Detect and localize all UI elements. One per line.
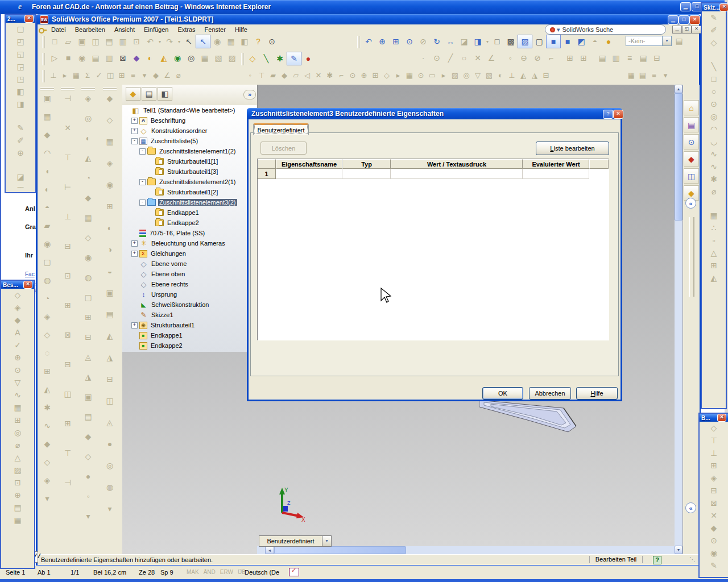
collaborate-button[interactable]: ◉ [171,52,184,64]
tree-item[interactable]: Strukturbauteil1[3] [122,167,257,177]
sw-search-box[interactable]: ▾ SolidWorks Suche [545,24,666,35]
taskpane-home-tab[interactable]: ⌂ [684,100,699,115]
toolbar-icon[interactable]: ⊣ [59,476,76,489]
toolbar-icon[interactable]: ◭ [39,383,56,396]
configurationmanager-tab[interactable]: ◧ [158,87,172,101]
tree-item[interactable]: + Strukturbauteil1 [122,320,257,330]
toolbar-icon[interactable]: ⊟ [59,357,76,371]
tree-item-label[interactable]: Ursprung [150,291,178,298]
swatch-button[interactable]: ◭ [157,52,171,64]
toolbar-icon[interactable]: ╱ [444,52,457,64]
scroll-up-icon[interactable]: ▲ [675,85,682,93]
toolbar-icon[interactable]: ⊥ [506,69,518,81]
dialog-close-button[interactable]: ✕ [613,110,623,119]
toolbar-icon[interactable]: ⌐ [336,69,347,81]
options-button[interactable]: ◧ [238,35,251,48]
sketch-palette-titlebar[interactable]: Skiz... ✕ [702,3,726,11]
toolbar-icon[interactable]: ⊞ [706,259,722,272]
tree-item-label[interactable]: Strukturbauteil1 [150,322,196,329]
toolbar-icon[interactable]: ▱ [290,69,301,81]
toolbar-icon[interactable]: ◍ [39,273,56,287]
undo-button[interactable]: ↶ [143,35,157,48]
toolbar-icon[interactable]: ◭ [518,69,529,81]
toolbar-icon[interactable]: ⊞ [59,417,76,430]
publish-edrawing-button[interactable]: ▤ [102,35,116,48]
toolbar-icon[interactable]: ◦ [245,69,256,81]
horizontal-scrollbar[interactable]: ◄ [257,546,675,554]
toolbar-icon[interactable]: ▦ [10,514,26,526]
toolbar-icon[interactable]: ⊤ [59,151,76,164]
dimensions-palette-titlebar[interactable]: B... ✕ [700,414,728,422]
toolbar-icon[interactable]: ✱ [39,401,56,414]
wireframe-button[interactable]: □ [490,35,504,48]
box-button[interactable]: ▦ [198,52,212,64]
toolbar-icon[interactable]: ▣ [80,390,97,404]
toolbar-icon[interactable]: ◱ [13,48,28,60]
edrawings-button[interactable]: ⊠ [116,52,130,64]
tree-item-label[interactable]: Ebene rechts [150,281,189,288]
view-orientation-combo[interactable]: Benutzerdefiniert [259,535,322,547]
expand-toggle-icon[interactable]: + [131,322,138,329]
taskpane-toolbox-tab[interactable]: ◆ [684,151,699,167]
toolbar-handle[interactable] [241,53,244,65]
toolbar-icon[interactable]: ◈ [39,310,56,323]
toolbar-icon[interactable]: ◖ [39,164,56,178]
tree-item-label[interactable]: Ebene oben [150,271,186,277]
taskpane-design-library-tab[interactable]: ⊙ [684,134,699,149]
toolbar-icon[interactable]: ◪ [13,171,28,183]
toolbar-icon[interactable]: ▢ [80,290,97,304]
toolbar-icon[interactable]: ◉ [80,251,97,264]
toolbar-icon[interactable]: ◎ [101,459,118,472]
toolbar-icon[interactable]: ◉ [706,547,722,559]
toolbar-icon[interactable]: ◆ [150,69,162,81]
toolbar-icon[interactable]: ⊢ [59,180,76,194]
toolbar-icon[interactable]: ⊞ [80,310,97,324]
open-button[interactable]: ▱ [61,35,75,48]
tree-item-label[interactable]: Zuschnittsliste(5) [150,138,199,144]
toolbar-icon[interactable]: ◔ [80,171,97,185]
toolbar-icon[interactable]: ◒ [101,264,118,278]
toolbar-icon[interactable]: ▨ [449,69,461,81]
toolbar-icon[interactable]: ◭ [80,151,97,165]
tree-item[interactable]: Ebene oben [122,269,257,279]
toolbar-icon[interactable]: ⊥ [59,210,76,223]
tree-item[interactable]: - Zuschnittslistenelement2(1) [122,177,257,187]
toolbar-icon[interactable]: ⊞ [706,459,722,472]
toolbar-icon[interactable]: ▦ [404,69,415,81]
toolbar-icon[interactable]: ∠ [162,69,173,81]
shaded-edges-button[interactable]: ■ [546,35,561,48]
toolbar-icon[interactable]: ⊞ [563,52,577,64]
featuremanager-tab[interactable]: ◆ [126,87,140,101]
toolbar-icon[interactable]: ◇ [101,113,118,127]
plane-button[interactable]: ◇ [246,52,259,65]
toolbar-icon[interactable]: ⊞ [370,69,381,81]
toolbar-icon[interactable]: ⊟ [101,372,118,386]
toolbar-icon[interactable]: ⊡ [10,476,26,489]
model-corner[interactable] [479,399,579,435]
delete-button[interactable]: Löschen [260,142,307,155]
toolbar-icon[interactable]: ⊟ [706,484,722,497]
mdi-restore-button[interactable]: ◱ [682,26,692,34]
search-dropdown-icon[interactable]: ▾ [557,26,560,34]
row-number[interactable]: 1 [258,169,276,179]
toolbar-handle[interactable] [357,36,360,48]
edit-macro-button[interactable]: ▥ [102,52,116,64]
property-name-cell[interactable] [276,169,342,179]
no-hidden-button[interactable]: ▢ [532,35,546,48]
toolbar-icon[interactable]: ≡ [127,69,139,81]
toolbar-icon[interactable]: ▦ [101,135,118,148]
toolbar-icon[interactable]: ◇ [80,450,97,463]
edit-list-button[interactable]: Liste bearbeiten [536,142,609,155]
toolbar-icon[interactable]: ◈ [80,92,97,105]
tree-item-label[interactable]: Endkappe2 [166,219,200,226]
toolbar-icon[interactable]: ◆ [10,314,26,326]
toolbar-icon[interactable]: ▢ [13,23,28,35]
toolbar-icon[interactable]: ⊤ [706,434,722,447]
search-label[interactable]: SolidWorks Suche [562,26,614,33]
hidden-lines-visible-button[interactable]: ▩ [504,35,518,48]
toolbar-icon[interactable]: ◇ [39,455,56,469]
tree-item-label[interactable]: Endkappe1 [150,332,184,339]
toolbar-icon[interactable]: ○ [706,85,722,98]
toolbar-icon[interactable]: ◆ [39,128,56,142]
tree-item-label[interactable]: 7075-T6, Plate (SS) [148,230,206,236]
